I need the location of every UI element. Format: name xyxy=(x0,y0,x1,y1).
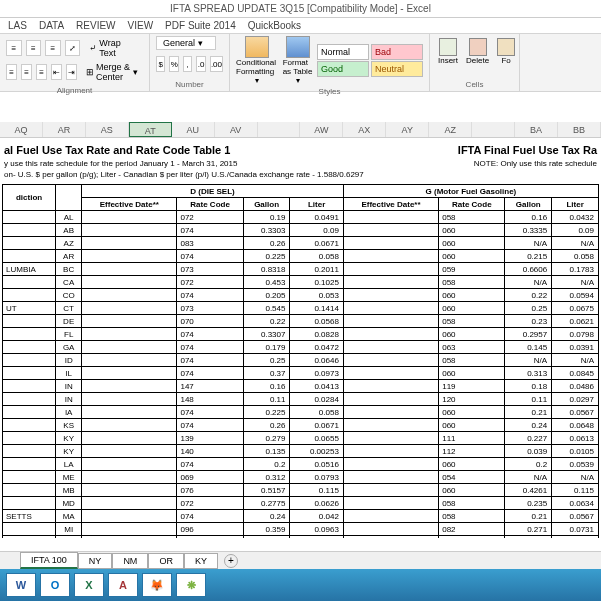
style-normal[interactable]: Normal xyxy=(317,44,369,60)
number-format-select[interactable]: General ▾ xyxy=(156,36,216,50)
rate-table[interactable]: diction D (DIE SEL) G (Motor Fuel Gasoli… xyxy=(2,184,599,538)
currency-icon[interactable]: $ xyxy=(156,56,165,72)
hdr-eff-d: Effective Date** xyxy=(82,198,177,211)
table-row[interactable]: CO0740.2050.0530600.220.0594 xyxy=(3,289,599,302)
outlook-icon[interactable]: O xyxy=(40,573,70,597)
hdr-rate-g: Rate Code xyxy=(439,198,505,211)
col-header-AW[interactable]: AW xyxy=(300,122,343,137)
style-good[interactable]: Good xyxy=(317,61,369,77)
number-label: Number xyxy=(156,80,223,89)
table-row[interactable]: MD0720.27750.06260580.2350.0634 xyxy=(3,497,599,510)
window-title: IFTA SPREAD UPDATE 3Q15 [Compatibility M… xyxy=(0,0,601,18)
table-row[interactable]: KY1390.2790.06551110.2270.0613 xyxy=(3,432,599,445)
col-header-BB[interactable]: BB xyxy=(558,122,601,137)
comma-icon[interactable]: , xyxy=(183,56,192,72)
table-row[interactable]: LA0740.20.05160600.20.0539 xyxy=(3,458,599,471)
table-row[interactable]: FL0740.33070.08280600.29570.0798 xyxy=(3,328,599,341)
delete-button[interactable]: Delete xyxy=(464,36,491,67)
table-row[interactable]: MN0740.2850.0731060N/AN/A xyxy=(3,536,599,539)
col-header-AY[interactable]: AY xyxy=(386,122,429,137)
style-neutral[interactable]: Neutral xyxy=(371,61,423,77)
table-row[interactable]: AZ0830.260.0671060N/AN/A xyxy=(3,237,599,250)
table-row[interactable]: IA0740.2250.0580600.210.0567 xyxy=(3,406,599,419)
align-center-icon[interactable]: ≡ xyxy=(21,64,32,80)
col-header-AT[interactable]: AT xyxy=(129,122,172,137)
col-header-AZ[interactable]: AZ xyxy=(429,122,472,137)
tab-nm[interactable]: NM xyxy=(112,553,148,569)
alignment-label: Alignment xyxy=(6,86,143,95)
menu-data[interactable]: DATA xyxy=(39,20,64,31)
orientation-icon[interactable]: ⤢ xyxy=(65,40,81,56)
section-gasoline: G (Motor Fuel Gasoline) xyxy=(343,185,598,198)
table-row[interactable]: KS0740.260.06710600.240.0648 xyxy=(3,419,599,432)
table-row[interactable]: KY1400.1350.002531120.0390.0105 xyxy=(3,445,599,458)
table-row[interactable]: IL0740.370.09730600.3130.0845 xyxy=(3,367,599,380)
align-bot-icon[interactable]: ≡ xyxy=(45,40,61,56)
wrap-icon: ⤶ xyxy=(89,43,97,53)
table-row[interactable]: SETTSMA0740.240.0420580.210.0567 xyxy=(3,510,599,523)
table-row[interactable]: GA0740.1790.04720630.1450.0391 xyxy=(3,341,599,354)
cond-format-button[interactable]: Conditional Formatting▾ xyxy=(236,36,279,85)
col-header-AS[interactable]: AS xyxy=(86,122,129,137)
col-header-AQ[interactable]: AQ xyxy=(0,122,43,137)
col-header-blank[interactable] xyxy=(472,122,515,137)
table-row[interactable]: DE0700.220.05680580.230.0621 xyxy=(3,315,599,328)
tab-ky[interactable]: KY xyxy=(184,553,218,569)
table-row[interactable]: ID0740.250.0646058N/AN/A xyxy=(3,354,599,367)
table-row[interactable]: CA0720.4530.1025058N/AN/A xyxy=(3,276,599,289)
col-header-AV[interactable]: AV xyxy=(215,122,258,137)
table-row[interactable]: MI0960.3590.09630820.2710.0731 xyxy=(3,523,599,536)
tab-or[interactable]: OR xyxy=(148,553,184,569)
dec-dec-icon[interactable]: .00 xyxy=(210,56,223,72)
styles-label: Styles xyxy=(236,87,423,96)
hdr-jurisdiction: diction xyxy=(3,185,56,211)
table-row[interactable]: UTCT0730.5450.14140600.250.0675 xyxy=(3,302,599,315)
menu-las[interactable]: LAS xyxy=(8,20,27,31)
align-top-icon[interactable]: ≡ xyxy=(6,40,22,56)
indent-dec-icon[interactable]: ⇤ xyxy=(51,64,62,80)
worksheet-area[interactable]: al Fuel Use Tax Rate and Rate Code Table… xyxy=(0,138,601,538)
menu-pdfsuite[interactable]: PDF Suite 2014 xyxy=(165,20,236,31)
table-row[interactable]: MB0760.51570.1150600.42610.115 xyxy=(3,484,599,497)
alignment-group: ≡ ≡ ≡ ⤢ ⤶Wrap Text ≡ ≡ ≡ ⇤ ⇥ ⊞Merge & Ce… xyxy=(0,34,150,91)
styles-group: Conditional Formatting▾ Format as Table▾… xyxy=(230,34,430,91)
percent-icon[interactable]: % xyxy=(169,56,178,72)
add-sheet-button[interactable]: + xyxy=(224,554,238,568)
menu-review[interactable]: REVIEW xyxy=(76,20,115,31)
col-header-AU[interactable]: AU xyxy=(172,122,215,137)
table-row[interactable]: ME0690.3120.0793054N/AN/A xyxy=(3,471,599,484)
align-mid-icon[interactable]: ≡ xyxy=(26,40,42,56)
style-bad[interactable]: Bad xyxy=(371,44,423,60)
table-row[interactable]: IN1480.110.02841200.110.0297 xyxy=(3,393,599,406)
col-header-blank[interactable] xyxy=(258,122,301,137)
word-icon[interactable]: W xyxy=(6,573,36,597)
taskbar: WOXA🦊❋ xyxy=(0,569,601,601)
format-button[interactable]: Fo xyxy=(495,36,517,67)
hdr-lit-g: Liter xyxy=(552,198,599,211)
table-row[interactable]: AR0740.2250.0580600.2150.058 xyxy=(3,250,599,263)
access-icon[interactable]: A xyxy=(108,573,138,597)
firefox-icon[interactable]: 🦊 xyxy=(142,573,172,597)
menu-view[interactable]: VIEW xyxy=(128,20,154,31)
col-header-AR[interactable]: AR xyxy=(43,122,86,137)
align-right-icon[interactable]: ≡ xyxy=(36,64,47,80)
wrap-text-button[interactable]: ⤶Wrap Text xyxy=(84,36,143,60)
insert-button[interactable]: Insert xyxy=(436,36,460,67)
menu-quickbooks[interactable]: QuickBooks xyxy=(248,20,301,31)
dec-inc-icon[interactable]: .0 xyxy=(196,56,205,72)
col-header-AX[interactable]: AX xyxy=(343,122,386,137)
format-table-icon xyxy=(286,36,310,58)
indent-inc-icon[interactable]: ⇥ xyxy=(66,64,77,80)
table-row[interactable]: AB0740.33030.090600.33350.09 xyxy=(3,224,599,237)
tab-ny[interactable]: NY xyxy=(78,553,113,569)
app-icon[interactable]: ❋ xyxy=(176,573,206,597)
format-table-button[interactable]: Format as Table▾ xyxy=(283,36,313,85)
col-header-BA[interactable]: BA xyxy=(515,122,558,137)
excel-icon[interactable]: X xyxy=(74,573,104,597)
tab-ifta100[interactable]: IFTA 100 xyxy=(20,552,78,569)
table-row[interactable]: AL0720.190.04910580.160.0432 xyxy=(3,211,599,224)
table-row[interactable]: LUMBIABC0730.83180.20110590.66060.1783 xyxy=(3,263,599,276)
table-row[interactable]: IN1470.160.04131190.180.0486 xyxy=(3,380,599,393)
merge-center-button[interactable]: ⊞Merge & Center ▾ xyxy=(81,60,143,84)
align-left-icon[interactable]: ≡ xyxy=(6,64,17,80)
